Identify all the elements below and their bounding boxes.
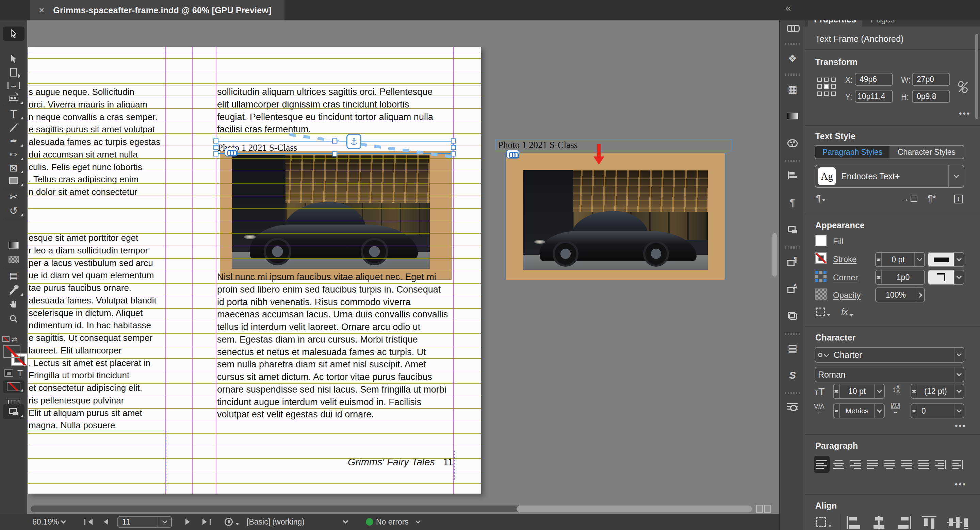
stepper-arrows[interactable]	[876, 253, 881, 267]
frame-tool[interactable]: ⊠	[3, 160, 24, 175]
note-tool[interactable]: ▤	[3, 269, 24, 283]
pen-tool[interactable]: ✒	[3, 134, 24, 148]
font-size-value[interactable]: 10 pt	[839, 384, 874, 398]
free-transform-tool[interactable]: ↺	[3, 203, 24, 218]
align-top-edges-button[interactable]	[922, 516, 937, 529]
gradient-panel-icon[interactable]	[782, 108, 803, 124]
stepper-arrows[interactable]	[834, 384, 839, 398]
align-bottom-edges-button[interactable]	[964, 516, 969, 529]
chevron-right-icon[interactable]	[916, 288, 924, 302]
align-toward-spine-button[interactable]	[933, 456, 949, 473]
chevron-down-icon[interactable]	[954, 404, 964, 418]
opacity-label-link[interactable]: Opacity	[833, 290, 861, 300]
selection-handle[interactable]	[213, 138, 218, 144]
layers-panel-icon[interactable]: ❖	[782, 50, 803, 66]
column2-paragraph1[interactable]: sollicitudin aliquam ultrices sagittis o…	[217, 86, 454, 136]
justify-right-button[interactable]	[899, 456, 915, 473]
selection-handle[interactable]	[332, 138, 337, 144]
apply-none-button[interactable]	[3, 380, 24, 393]
stroke-label-link[interactable]: Stroke	[833, 254, 856, 264]
corner-radius-stepper[interactable]: 1p0	[875, 270, 925, 285]
effects-fx-icon[interactable]: fx	[841, 307, 853, 317]
y-field[interactable]: 10p11.4	[855, 90, 893, 103]
chevron-down-icon[interactable]	[948, 165, 964, 187]
column-guide[interactable]	[453, 47, 454, 494]
align-away-from-spine-button[interactable]	[950, 456, 966, 473]
align-center-button[interactable]	[831, 456, 846, 473]
corner-shape-dropdown[interactable]	[928, 270, 964, 285]
chevron-down-icon[interactable]	[344, 514, 347, 530]
anchor-icon[interactable]: ⚓	[347, 134, 361, 149]
preflight-status[interactable]: No errors	[366, 514, 420, 530]
page-list-dropdown[interactable]	[158, 517, 171, 527]
first-page-button[interactable]	[84, 514, 92, 530]
create-style-icon[interactable]: ¶*	[928, 193, 936, 204]
horizontal-scrollbar-thumb[interactable]	[517, 506, 752, 512]
column1-paragraph1[interactable]: s augue neque. Sollicitudin orci. Viverr…	[29, 86, 166, 198]
font-family-dropdown[interactable]: Charter	[815, 347, 964, 363]
paragraph-style-dropdown[interactable]: Ag Endnotes Text+	[815, 165, 964, 188]
align-left-button[interactable]	[814, 456, 830, 473]
close-tab-icon[interactable]: ×	[39, 5, 44, 16]
tracking-value[interactable]: 0	[917, 404, 954, 418]
opacity-control[interactable]: 100%	[875, 287, 925, 302]
chevron-down-icon[interactable]	[914, 253, 924, 267]
page-tool[interactable]	[3, 65, 24, 79]
selection-handle[interactable]	[451, 151, 456, 157]
chevron-down-icon[interactable]	[874, 384, 884, 398]
line-tool[interactable]	[3, 121, 24, 135]
paragraph-styles-tab[interactable]: Paragraph Styles	[815, 146, 889, 159]
align-to-selection-icon[interactable]	[816, 517, 832, 527]
chevron-down-icon[interactable]	[954, 367, 964, 382]
selection-handle[interactable]	[332, 151, 337, 157]
link-badge-icon[interactable]	[506, 150, 519, 159]
story-panel-icon[interactable]: ▤	[782, 340, 803, 356]
link-badge-icon[interactable]	[224, 148, 237, 157]
frame-fitting-icon[interactable]	[816, 308, 830, 316]
selection-tool[interactable]	[3, 27, 24, 41]
scissors-tool[interactable]: ✂	[3, 190, 24, 204]
spread-view-icon[interactable]	[756, 505, 772, 514]
justify-left-button[interactable]	[865, 456, 881, 473]
paragraph-mark-menu-icon[interactable]: ¶	[816, 193, 826, 204]
column-guide[interactable]	[216, 47, 216, 494]
leading-value[interactable]: (12 pt)	[917, 384, 954, 398]
transform-more-options-icon[interactable]: •••	[959, 109, 970, 118]
column2-paragraph2[interactable]: Nisl nunc mi ipsum faucibus vitae alique…	[217, 271, 454, 421]
fill-swatch[interactable]	[3, 345, 21, 358]
align-vertical-centers-button[interactable]	[947, 516, 962, 529]
default-fill-stroke-icon[interactable]	[2, 336, 10, 342]
gradient-swatch-tool[interactable]	[3, 238, 24, 252]
opacity-value[interactable]: 100%	[876, 288, 916, 302]
column-guide[interactable]	[165, 47, 166, 494]
hand-tool[interactable]	[3, 297, 24, 312]
redefine-style-icon[interactable]: →	[901, 194, 917, 203]
object-styles-panel-icon[interactable]	[782, 222, 803, 238]
links-panel-icon[interactable]	[782, 20, 803, 35]
stroke-swatch[interactable]	[815, 252, 827, 264]
column-guide[interactable]	[192, 47, 192, 494]
character-styles-panel-icon[interactable]: A	[782, 281, 803, 297]
margin-guide[interactable]	[28, 431, 166, 432]
align-horizontal-centers-button[interactable]	[872, 516, 886, 529]
pasteboard-caption-frame[interactable]: Photo 1 2021 S-Class	[495, 139, 732, 150]
character-more-options-icon[interactable]: •••	[955, 421, 966, 431]
selection-handle[interactable]	[213, 151, 218, 157]
color-panel-icon[interactable]	[782, 135, 803, 151]
stepper-arrows[interactable]	[876, 270, 881, 284]
stepper-arrows[interactable]	[911, 404, 917, 418]
character-styles-tab[interactable]: Character Styles	[889, 146, 964, 159]
paragraph-styles-panel-icon[interactable]: ¶	[782, 254, 803, 270]
document-tab[interactable]: × Grimms-spaceafter-frame.indd @ 60% [GP…	[30, 0, 285, 21]
collapse-panels-icon[interactable]: «	[785, 2, 791, 14]
reference-point-proxy[interactable]	[817, 78, 837, 97]
column1-paragraph2[interactable]: esque sit amet porttitor eget r leo a di…	[29, 232, 166, 432]
formatting-affects-container-button[interactable]: T	[3, 368, 24, 378]
corner-label-link[interactable]: Corner	[833, 273, 858, 282]
gradient-feather-tool[interactable]	[3, 252, 24, 267]
vertical-scrollbar[interactable]	[772, 233, 777, 276]
rectangle-tool[interactable]	[3, 173, 24, 188]
zoom-level-control[interactable]: 60.19%	[32, 514, 65, 530]
effects-panel-icon[interactable]: S	[782, 367, 803, 383]
chevron-down-icon[interactable]	[954, 253, 964, 267]
